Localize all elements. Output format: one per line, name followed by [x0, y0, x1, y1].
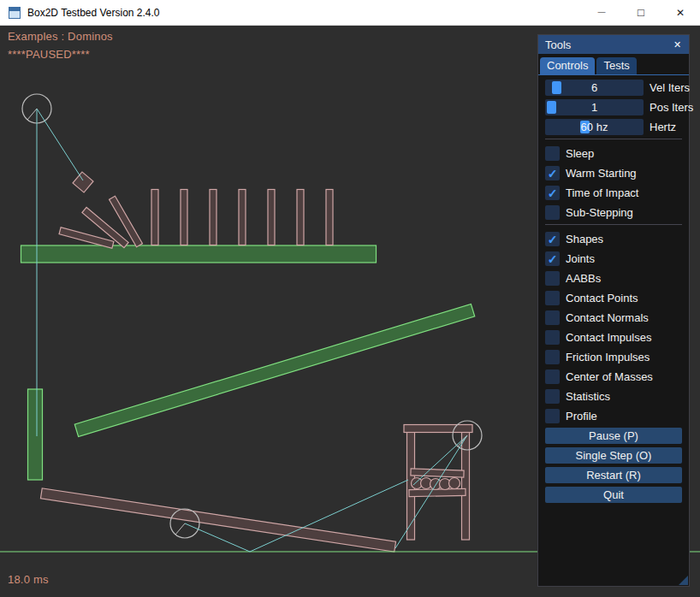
slider-group: 6Vel Iters1Pos Iters60 hzHertz: [545, 80, 682, 135]
checkbox-statistics[interactable]: Statistics: [545, 388, 682, 405]
example-label: Examples : Dominos: [8, 30, 113, 43]
sim-check-group: Sleep✓Warm Starting✓Time of ImpactSub-St…: [545, 145, 682, 221]
slider-label: Hertz: [650, 121, 676, 133]
check-icon: ✓: [548, 253, 558, 265]
tab-controls[interactable]: Controls: [540, 57, 595, 74]
separator: [545, 139, 682, 139]
dynamic-body: [73, 172, 93, 192]
checkbox-sub-stepping[interactable]: Sub-Stepping: [545, 204, 682, 221]
checkbox-box[interactable]: [545, 409, 560, 423]
minimize-button[interactable]: —: [582, 0, 621, 25]
close-button[interactable]: ✕: [661, 0, 700, 25]
restart-r-button[interactable]: Restart (R): [545, 467, 682, 483]
dynamic-body: [297, 190, 304, 245]
slider-row-pos-iters: 1Pos Iters: [545, 99, 682, 115]
checkbox-box[interactable]: [545, 310, 560, 325]
checkbox-contact-points[interactable]: Contact Points: [545, 290, 682, 306]
pause-p-button[interactable]: Pause (P): [545, 428, 682, 444]
single-step-o-button[interactable]: Single Step (O): [545, 447, 682, 464]
slider-hertz[interactable]: 60 hz: [545, 119, 644, 135]
checkbox-time-of-impact[interactable]: ✓Time of Impact: [545, 185, 682, 201]
tools-title: Tools: [545, 38, 571, 51]
circle-axis-line: [27, 109, 37, 120]
checkbox-contact-normals[interactable]: Contact Normals: [545, 310, 682, 326]
tools-window: Tools ✕ Controls Tests 6Vel Iters1Pos It…: [537, 34, 690, 587]
slider-row-hertz: 60 hzHertz: [545, 119, 682, 135]
window-titlebar[interactable]: Box2D Testbed Version 2.4.0 — □ ✕: [0, 0, 700, 26]
dynamic-body: [181, 190, 187, 245]
checkbox-box[interactable]: [545, 389, 560, 404]
checkbox-aabbs[interactable]: AABBs: [545, 270, 682, 287]
checkbox-label: Contact Normals: [566, 311, 649, 324]
checkbox-label: Friction Impulses: [566, 351, 650, 364]
check-icon: ✓: [548, 168, 558, 180]
paused-label: ****PAUSED****: [8, 48, 90, 61]
frame-time-label: 18.0 ms: [8, 573, 49, 586]
checkbox-box[interactable]: [545, 146, 560, 161]
dynamic-body: [239, 190, 246, 245]
checkbox-profile[interactable]: Profile: [545, 408, 682, 424]
checkbox-center-of-masses[interactable]: Center of Masses: [545, 369, 682, 385]
circle-axis-line: [175, 523, 185, 535]
checkbox-box[interactable]: [545, 291, 560, 305]
joint-line: [37, 109, 83, 180]
dynamic-body: [210, 190, 217, 245]
tools-body: 6Vel Iters1Pos Iters60 hzHertz Sleep✓War…: [538, 75, 689, 503]
checkbox-box[interactable]: ✓: [545, 251, 560, 266]
check-icon: ✓: [548, 233, 558, 245]
checkbox-box[interactable]: [545, 271, 560, 286]
checkbox-label: Shapes: [566, 233, 603, 245]
checkbox-joints[interactable]: ✓Joints: [545, 251, 682, 267]
close-icon: ✕: [676, 8, 685, 18]
checkbox-label: Joints: [566, 252, 595, 265]
checkbox-label: Contact Impulses: [566, 331, 651, 344]
static-body: [74, 304, 474, 436]
checkbox-label: Warm Starting: [566, 167, 637, 180]
checkbox-label: Contact Points: [566, 292, 638, 304]
slider-vel-iters[interactable]: 6: [545, 80, 644, 96]
dynamic-body: [411, 469, 464, 477]
checkbox-box[interactable]: [545, 369, 560, 384]
slider-value: 6: [545, 80, 644, 96]
slider-label: Pos Iters: [650, 101, 693, 114]
checkbox-contact-impulses[interactable]: Contact Impulses: [545, 329, 682, 346]
dynamic-body: [404, 425, 472, 433]
checkbox-shapes[interactable]: ✓Shapes: [545, 231, 682, 247]
checkbox-sleep[interactable]: Sleep: [545, 145, 682, 162]
checkbox-box[interactable]: [545, 330, 560, 345]
draw-check-group: ✓Shapes✓JointsAABBsContact PointsContact…: [545, 231, 682, 424]
tools-titlebar[interactable]: Tools ✕: [538, 35, 689, 54]
checkbox-warm-starting[interactable]: ✓Warm Starting: [545, 165, 682, 181]
separator: [545, 224, 682, 225]
dynamic-body: [151, 190, 158, 245]
slider-row-vel-iters: 6Vel Iters: [545, 80, 682, 96]
checkbox-friction-impulses[interactable]: Friction Impulses: [545, 349, 682, 365]
checkbox-box[interactable]: ✓: [545, 186, 560, 200]
tools-tabbar: Controls Tests: [538, 54, 689, 75]
slider-pos-iters[interactable]: 1: [545, 99, 644, 115]
checkbox-label: Center of Masses: [566, 370, 653, 383]
checkbox-box[interactable]: [545, 205, 560, 220]
dynamic-body: [326, 190, 333, 245]
checkbox-label: AABBs: [566, 272, 601, 285]
checkbox-box[interactable]: ✓: [545, 232, 560, 246]
checkbox-label: Sleep: [566, 147, 594, 160]
tools-close-icon[interactable]: ✕: [670, 38, 685, 52]
checkbox-box[interactable]: [545, 350, 560, 364]
static-body: [21, 245, 377, 263]
checkbox-label: Sub-Stepping: [566, 206, 633, 219]
checkbox-label: Time of Impact: [566, 186, 638, 199]
static-body: [28, 389, 43, 480]
maximize-icon: □: [638, 7, 644, 18]
tab-tests[interactable]: Tests: [596, 57, 636, 74]
slider-label: Vel Iters: [650, 81, 690, 94]
dynamic-body: [40, 488, 395, 552]
resize-grip-icon[interactable]: [679, 576, 688, 585]
slider-value: 60 hz: [545, 119, 644, 135]
checkbox-box[interactable]: ✓: [545, 166, 560, 180]
app-icon: [8, 6, 21, 20]
window-controls: — □ ✕: [582, 0, 700, 25]
slider-value: 1: [545, 99, 644, 115]
maximize-button[interactable]: □: [621, 0, 661, 25]
quit-button[interactable]: Quit: [545, 487, 682, 503]
